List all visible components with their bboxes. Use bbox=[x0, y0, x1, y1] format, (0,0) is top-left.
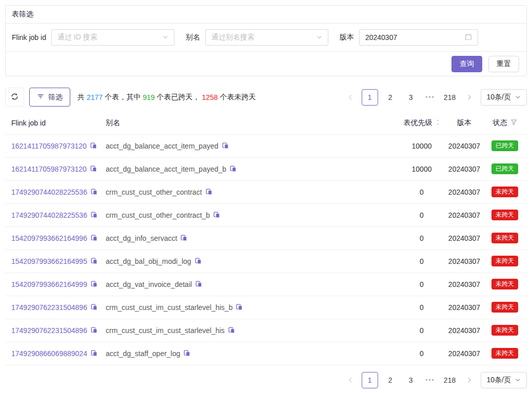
next-page-button[interactable] bbox=[462, 89, 477, 106]
page-item-3[interactable]: 3 bbox=[403, 89, 419, 106]
copy-icon[interactable] bbox=[195, 281, 202, 287]
copy-icon[interactable] bbox=[91, 327, 97, 334]
page-size-value: 10条/页 bbox=[487, 376, 511, 385]
version-date-value: 20240307 bbox=[365, 33, 397, 42]
job-id-link[interactable]: 1749290866069889024 bbox=[11, 349, 87, 358]
table-row: 1542097993662164995 acct_dg_bal_obj_modi… bbox=[5, 250, 527, 273]
copy-icon[interactable] bbox=[91, 189, 97, 195]
alias-link[interactable]: crm_cust_cust_other_contract bbox=[106, 188, 202, 196]
job-id-link[interactable]: 1749290762231504896 bbox=[11, 326, 87, 335]
copy-icon[interactable] bbox=[91, 235, 97, 241]
job-id-link[interactable]: 1542097993662164995 bbox=[11, 257, 87, 265]
copy-icon[interactable] bbox=[181, 235, 187, 241]
flink-job-id-placeholder: 通过 ID 搜索 bbox=[57, 33, 97, 42]
filter-button[interactable]: 筛选 bbox=[29, 88, 70, 107]
alias-link[interactable]: crm_cust_cust_im_cust_starlevel_his bbox=[106, 326, 225, 335]
filter-row: Flink job id 通过 ID 搜索 别名 通过别名搜索 版本 20240… bbox=[6, 24, 526, 52]
flink-job-id-select[interactable]: 通过 ID 搜索 bbox=[51, 29, 174, 46]
flink-job-id-label: Flink job id bbox=[12, 33, 46, 42]
copy-icon[interactable] bbox=[90, 166, 97, 172]
page-items: 123•••218 bbox=[362, 372, 458, 388]
copy-icon[interactable] bbox=[91, 212, 97, 218]
page-items: 123•••218 bbox=[362, 89, 458, 106]
copy-icon[interactable] bbox=[206, 189, 212, 195]
table-row: 1542097993662164999 acct_dg_vat_invoice_… bbox=[5, 273, 527, 296]
filter-card-header: 表筛选 bbox=[6, 6, 526, 24]
filter-actions-row: 查询 重置 bbox=[6, 52, 526, 76]
job-id-link[interactable]: 1621411705987973120 bbox=[11, 165, 87, 173]
job-id-link[interactable]: 1749290744028225536 bbox=[11, 188, 87, 196]
job-id-link[interactable]: 1542097993662164999 bbox=[11, 280, 87, 288]
page-item-1[interactable]: 1 bbox=[362, 372, 378, 388]
table-row: 1749290762231504896 crm_cust_cust_im_cus… bbox=[5, 319, 527, 342]
refresh-icon bbox=[11, 93, 18, 102]
page-item-1[interactable]: 1 bbox=[362, 89, 378, 106]
copy-icon[interactable] bbox=[222, 142, 229, 149]
sort-icon[interactable] bbox=[436, 118, 440, 128]
filter-card: 表筛选 Flink job id 通过 ID 搜索 别名 通过别名搜索 版本 2… bbox=[5, 5, 527, 76]
version-value: 20240307 bbox=[448, 165, 480, 173]
copy-icon[interactable] bbox=[91, 350, 97, 357]
chevron-down-icon bbox=[317, 33, 322, 42]
alias-link[interactable]: acct_dg_bal_obj_modi_log bbox=[106, 257, 191, 265]
summary-prefix: 共 bbox=[77, 93, 85, 102]
version-value: 20240307 bbox=[448, 188, 480, 196]
alias-link[interactable]: acct_dg_info_servacct bbox=[106, 234, 177, 242]
copy-icon[interactable] bbox=[228, 327, 235, 334]
alias-link[interactable]: acct_dg_balance_acct_item_payed_b bbox=[106, 165, 226, 173]
refresh-button[interactable] bbox=[5, 88, 24, 107]
alias-link[interactable]: acct_dg_balance_acct_item_payed bbox=[106, 142, 219, 150]
job-id-link[interactable]: 1749290744028225536 bbox=[11, 211, 87, 219]
copy-icon[interactable] bbox=[184, 350, 190, 357]
next-page-button[interactable] bbox=[462, 372, 477, 388]
alias-link[interactable]: crm_cust_cust_other_contract_b bbox=[106, 211, 210, 219]
status-badge: 未跨天 bbox=[491, 256, 518, 267]
reset-button[interactable]: 重置 bbox=[488, 56, 519, 72]
calendar-icon bbox=[465, 33, 472, 42]
alias-select[interactable]: 通过别名搜索 bbox=[205, 29, 328, 46]
toolbar: 筛选 共 2177 个表，其中 919 个表已跨天， 1258 个表未跨天 12… bbox=[5, 88, 527, 107]
version-date-picker[interactable]: 20240307 bbox=[359, 29, 478, 46]
filter-funnel-icon[interactable] bbox=[510, 119, 517, 127]
version-value: 20240307 bbox=[448, 280, 480, 288]
query-button[interactable]: 查询 bbox=[451, 56, 482, 72]
copy-icon[interactable] bbox=[90, 142, 97, 149]
column-header-alias: 别名 bbox=[106, 112, 398, 134]
alias-link[interactable]: acct_dg_vat_invoice_detail bbox=[106, 280, 192, 288]
job-id-link[interactable]: 1542097993662164996 bbox=[11, 234, 87, 242]
alias-link[interactable]: crm_cust_cust_im_cust_starlevel_his_b bbox=[106, 303, 232, 312]
page-item-218[interactable]: 218 bbox=[442, 372, 458, 388]
pagination: 123•••218 10条/页 bbox=[343, 89, 527, 106]
page-size-select[interactable]: 10条/页 bbox=[481, 89, 527, 106]
job-id-link[interactable]: 1749290762231504896 bbox=[11, 303, 87, 312]
page: 表筛选 Flink job id 通过 ID 搜索 别名 通过别名搜索 版本 2… bbox=[0, 0, 532, 393]
job-id-link[interactable]: 1621411705987973120 bbox=[11, 142, 87, 150]
copy-icon[interactable] bbox=[230, 166, 237, 172]
copy-icon[interactable] bbox=[91, 258, 97, 264]
prev-page-button[interactable] bbox=[343, 372, 358, 388]
version-value: 20240307 bbox=[448, 257, 480, 265]
copy-icon[interactable] bbox=[91, 304, 97, 311]
copy-icon[interactable] bbox=[213, 212, 220, 218]
status-badge: 未跨天 bbox=[491, 233, 518, 244]
copy-icon[interactable] bbox=[236, 304, 243, 311]
alias-link[interactable]: acct_dg_staff_oper_log bbox=[106, 349, 180, 358]
summary-seg1: 个表，其中 bbox=[105, 93, 141, 102]
copy-icon[interactable] bbox=[195, 258, 202, 264]
page-item-2[interactable]: 2 bbox=[382, 372, 399, 388]
copy-icon[interactable] bbox=[91, 281, 97, 287]
page-ellipsis[interactable]: ••• bbox=[423, 94, 438, 101]
page-item-218[interactable]: 218 bbox=[442, 89, 458, 106]
table-row: 1621411705987973120 acct_dg_balance_acct… bbox=[5, 157, 527, 180]
prev-page-button[interactable] bbox=[343, 89, 358, 106]
column-header-priority[interactable]: 表优先级 bbox=[398, 112, 446, 134]
table-row: 1542097993662164996 acct_dg_info_servacc… bbox=[5, 226, 527, 250]
chevron-down-icon bbox=[163, 33, 168, 42]
page-size-select[interactable]: 10条/页 bbox=[481, 372, 527, 388]
page-item-2[interactable]: 2 bbox=[382, 89, 399, 106]
status-badge: 未跨天 bbox=[491, 302, 518, 313]
status-badge: 已跨天 bbox=[491, 163, 518, 175]
column-header-job-id: Flink job id bbox=[5, 112, 106, 134]
page-item-3[interactable]: 3 bbox=[403, 372, 419, 388]
page-ellipsis[interactable]: ••• bbox=[423, 377, 438, 384]
